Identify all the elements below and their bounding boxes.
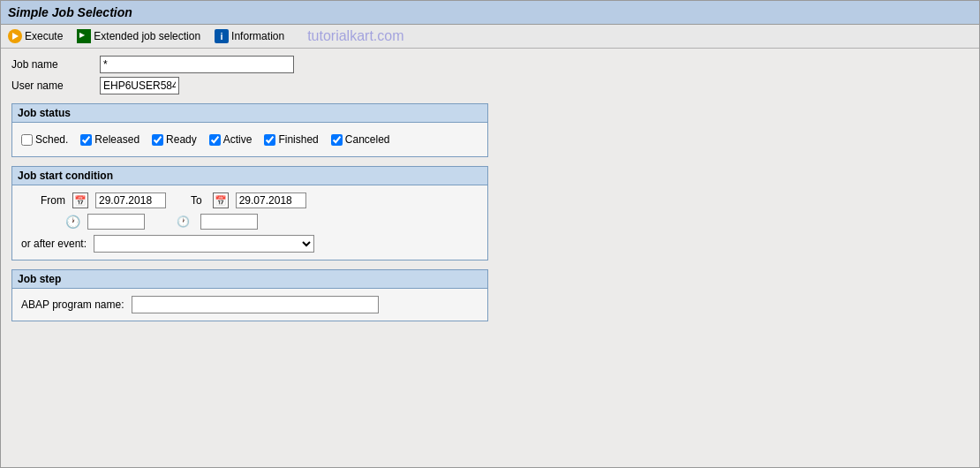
sched-checkbox-item[interactable]: Sched. xyxy=(21,133,68,146)
from-date-input[interactable] xyxy=(95,192,166,208)
job-status-section: Job status Sched. Released Ready xyxy=(11,103,488,157)
job-step-content: ABAP program name: xyxy=(12,289,487,321)
job-name-label: Job name xyxy=(11,58,100,71)
time-row: 🕐 🕐 xyxy=(65,214,479,230)
event-row: or after event: xyxy=(21,235,479,253)
execute-label: Execute xyxy=(25,30,63,42)
active-label: Active xyxy=(223,133,253,146)
main-content: Job name User name Job status Sched. Rel… xyxy=(1,49,979,337)
released-checkbox-item[interactable]: Released xyxy=(80,133,139,146)
finished-checkbox-item[interactable]: Finished xyxy=(264,133,318,146)
execute-button[interactable]: Execute xyxy=(8,29,63,43)
job-step-header: Job step xyxy=(12,270,487,289)
info-icon: i xyxy=(215,29,229,43)
job-start-content: From 📅 To 📅 🕐 🕐 xyxy=(12,185,487,260)
date-from-row: From 📅 To 📅 xyxy=(21,192,479,208)
sched-label: Sched. xyxy=(35,133,68,146)
job-name-row: Job name xyxy=(11,56,969,73)
calendar-icon: 📅 xyxy=(74,195,87,207)
user-name-label: User name xyxy=(11,79,100,92)
canceled-checkbox-item[interactable]: Canceled xyxy=(331,133,390,146)
user-name-row: User name xyxy=(11,77,969,94)
ready-label: Ready xyxy=(166,133,197,146)
job-status-content: Sched. Released Ready Active xyxy=(12,123,487,156)
finished-checkbox[interactable] xyxy=(264,134,275,146)
ready-checkbox[interactable] xyxy=(152,134,163,146)
job-start-header: Job start condition xyxy=(12,167,487,185)
job-status-header: Job status xyxy=(12,104,487,123)
job-step-section: Job step ABAP program name: xyxy=(11,269,488,321)
calendar-icon-to: 📅 xyxy=(215,195,227,207)
to-date-input[interactable] xyxy=(236,192,306,208)
active-checkbox[interactable] xyxy=(209,134,221,146)
abap-label: ABAP program name: xyxy=(21,298,124,311)
finished-label: Finished xyxy=(278,133,318,146)
window-title: Simple Job Selection xyxy=(1,1,979,25)
sched-checkbox[interactable] xyxy=(21,134,33,146)
from-label: From xyxy=(21,194,65,207)
abap-row: ABAP program name: xyxy=(21,296,479,313)
extended-label: Extended job selection xyxy=(94,30,200,42)
event-label: or after event: xyxy=(21,238,87,250)
released-label: Released xyxy=(94,133,139,146)
extended-icon xyxy=(77,29,91,43)
user-name-input[interactable] xyxy=(100,77,179,94)
canceled-label: Canceled xyxy=(345,133,390,146)
to-time-input[interactable] xyxy=(200,214,258,230)
job-start-section: Job start condition From 📅 To 📅 🕐 xyxy=(11,166,488,260)
to-label: To xyxy=(191,194,202,207)
canceled-checkbox[interactable] xyxy=(331,134,343,146)
job-name-input[interactable] xyxy=(100,56,294,73)
extended-job-selection-button[interactable]: Extended job selection xyxy=(77,29,200,43)
toolbar: Execute Extended job selection i Informa… xyxy=(1,25,979,49)
abap-program-input[interactable] xyxy=(132,296,379,313)
title-text: Simple Job Selection xyxy=(8,5,132,19)
execute-icon xyxy=(8,29,22,43)
information-button[interactable]: i Information xyxy=(215,29,284,43)
clock-icon-to: 🕐 xyxy=(177,215,190,228)
active-checkbox-item[interactable]: Active xyxy=(209,133,253,146)
to-calendar-button[interactable]: 📅 xyxy=(213,192,229,208)
clock-icon-from: 🕐 xyxy=(65,215,80,229)
watermark: tutorialkart.com xyxy=(307,28,403,44)
from-time-input[interactable] xyxy=(87,214,145,230)
ready-checkbox-item[interactable]: Ready xyxy=(152,133,197,146)
job-status-checkboxes: Sched. Released Ready Active xyxy=(21,130,479,149)
released-checkbox[interactable] xyxy=(80,134,92,146)
information-label: Information xyxy=(231,30,284,42)
event-select[interactable] xyxy=(94,235,314,253)
from-calendar-button[interactable]: 📅 xyxy=(72,192,88,208)
